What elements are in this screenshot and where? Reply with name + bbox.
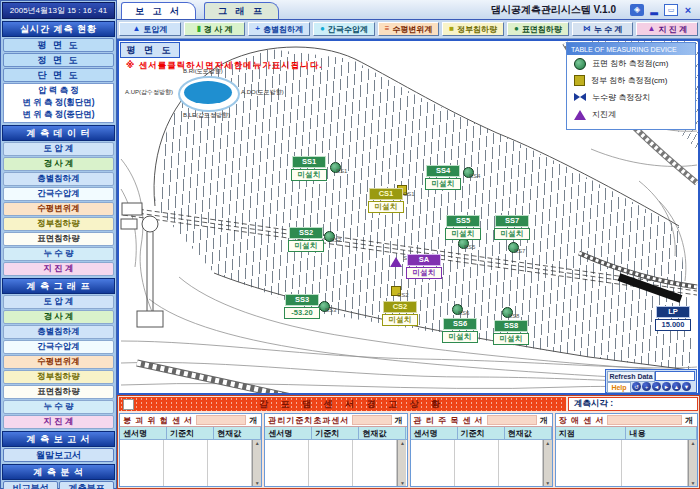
datetime-bar: 2005년4월13일 15 : 16 : 41 bbox=[2, 2, 115, 19]
sidebar-graph-item-8[interactable]: 누 수 량 bbox=[3, 400, 114, 414]
window-minimize-button[interactable]: ▂ bbox=[647, 4, 661, 16]
legend-title: TABLE OF MEASURING DEVICE bbox=[567, 43, 695, 55]
toolbar-button-1[interactable]: ▲토압계 bbox=[119, 22, 181, 36]
tab-report[interactable]: 보 고 서 bbox=[121, 2, 196, 19]
sensor-ss4[interactable]: SS4미설치 bbox=[425, 165, 461, 190]
sensor-ss3[interactable]: SS3-53.20 bbox=[284, 294, 320, 319]
sidebar-data-item-6[interactable]: 정부침하량 bbox=[3, 217, 114, 231]
sensor-marker-label: SS4 bbox=[469, 173, 480, 179]
sidebar-data-item-5[interactable]: 수평변위계 bbox=[3, 202, 114, 216]
toolbar-sensor-icon-4: ● bbox=[320, 25, 325, 33]
scroll-up-icon[interactable]: ▲ bbox=[400, 440, 405, 446]
measure-distribution-button[interactable]: 계측분포 bbox=[59, 481, 114, 489]
window-theme-button[interactable]: ◈ bbox=[630, 4, 644, 16]
sidebar-graph-item-1[interactable]: 토 압 계 bbox=[3, 295, 114, 309]
map-pan-right-button[interactable]: ► bbox=[662, 382, 671, 391]
sensor-cs2[interactable]: CS2미설치 bbox=[382, 301, 418, 326]
map-pan-down-button[interactable]: ▼ bbox=[682, 382, 691, 391]
sidebar-graph-item-7[interactable]: 표면침하량 bbox=[3, 385, 114, 399]
toolbar-button-label: 지 진 계 bbox=[658, 24, 686, 35]
sidebar-data-item-4[interactable]: 간극수압계 bbox=[3, 187, 114, 201]
legend-label: 누수량 측정장치 bbox=[592, 92, 650, 103]
toolbar-button-8[interactable]: ⋈누 수 계 bbox=[572, 22, 634, 36]
toolbar-button-6[interactable]: ■정부침하량 bbox=[442, 22, 504, 36]
sidebar-displacement-longitudinal-link[interactable]: 변 위 측 정(종단면) bbox=[4, 109, 113, 121]
window-maximize-button[interactable]: ▭ bbox=[664, 4, 678, 16]
measure-time-label: 계측시각 : bbox=[574, 398, 613, 410]
scroll-up-icon[interactable]: ▲ bbox=[691, 440, 696, 446]
refresh-interval-input[interactable] bbox=[655, 371, 695, 381]
title-bar: 보 고 서 그 래 프 댐시공계측관리시스템 V.1.0 ◈▂▭× bbox=[117, 0, 700, 20]
sidebar-section-view-button[interactable]: 단 면 도 bbox=[3, 68, 114, 82]
table-scrollbar[interactable]: ▲▼ bbox=[543, 440, 552, 486]
sensor-name-badge: CS2 bbox=[383, 301, 417, 313]
toolbar-button-2[interactable]: ▮경 사 계 bbox=[184, 22, 246, 36]
watch-sensors-title: 관 리 주 목 센 서 bbox=[414, 415, 484, 426]
scroll-down-icon[interactable]: ▼ bbox=[545, 480, 550, 486]
panel-count-box bbox=[487, 415, 537, 425]
sensor-lp[interactable]: LP15.000 bbox=[655, 306, 691, 331]
sensor-marker-sa[interactable] bbox=[390, 257, 402, 267]
map-pan-up-button[interactable]: ▲ bbox=[672, 382, 681, 391]
toolbar-button-9[interactable]: ▲지 진 계 bbox=[636, 22, 698, 36]
compare-analysis-button[interactable]: 비교분석 bbox=[3, 481, 58, 489]
sensor-status-value: 미설치 bbox=[445, 228, 481, 240]
map-control-panel: Refresh Data Help ↺+◄►▲▼ bbox=[605, 369, 697, 393]
compass-label-bottom: B.LE(감포정방향) bbox=[183, 111, 230, 120]
sidebar-graph-item-3[interactable]: 층별침하계 bbox=[3, 325, 114, 339]
map-nav-buttons: ↺+◄►▲▼ bbox=[632, 382, 691, 391]
sidebar-graph-item-2[interactable]: 경 사 계 bbox=[3, 310, 114, 324]
sensor-marker-label: SS8 bbox=[508, 313, 519, 319]
scroll-up-icon[interactable]: ▲ bbox=[255, 440, 260, 446]
map-zoom-in-button[interactable]: + bbox=[642, 382, 651, 391]
map-reset-button[interactable]: ↺ bbox=[632, 382, 641, 391]
refresh-data-button[interactable]: Refresh Data bbox=[607, 371, 655, 382]
sensor-ss5[interactable]: SS5미설치 bbox=[445, 215, 481, 240]
surface-legend-icon bbox=[574, 58, 586, 70]
sidebar-data-item-7[interactable]: 표면침하량 bbox=[3, 232, 114, 246]
sensor-ss6[interactable]: SS6미설치 bbox=[442, 318, 478, 343]
help-button[interactable]: Help bbox=[607, 382, 631, 393]
toolbar-button-3[interactable]: +층별침하계 bbox=[248, 22, 310, 36]
sidebar-graph-item-5[interactable]: 수평변위계 bbox=[3, 355, 114, 369]
sidebar-graph-item-4[interactable]: 간극수압계 bbox=[3, 340, 114, 354]
toolbar-button-5[interactable]: ≡수평변위계 bbox=[378, 22, 440, 36]
table-scrollbar[interactable]: ▲▼ bbox=[252, 440, 261, 486]
legend-row-2: 정부 침하 측정점(cm) bbox=[567, 72, 695, 89]
table-scrollbar[interactable]: ▲▼ bbox=[397, 440, 406, 486]
sensor-status-value: 15.000 bbox=[655, 319, 691, 331]
sidebar-displacement-cross-link[interactable]: 변 위 측 정(횡단면) bbox=[4, 97, 113, 109]
map-pan-left-button[interactable]: ◄ bbox=[652, 382, 661, 391]
sidebar-data-item-3[interactable]: 층별침하계 bbox=[3, 172, 114, 186]
sidebar-data-item-2[interactable]: 경 사 계 bbox=[3, 157, 114, 171]
table-scrollbar[interactable]: ▲▼ bbox=[688, 440, 697, 486]
sidebar-pressure-measure-link[interactable]: 압 력 측 정 bbox=[4, 85, 113, 97]
sidebar-plan-view-button[interactable]: 평 면 도 bbox=[3, 38, 114, 52]
tab-graph[interactable]: 그 래 프 bbox=[204, 2, 279, 19]
sidebar-front-view-button[interactable]: 정 면 도 bbox=[3, 53, 114, 67]
sensor-ss2[interactable]: SS2미설치 bbox=[288, 227, 324, 252]
plan-view-button[interactable]: 평 면 도 bbox=[120, 42, 180, 58]
warning-banner-checkbox[interactable] bbox=[123, 399, 134, 410]
sensor-ss8[interactable]: SS8미설치 bbox=[493, 320, 529, 345]
scroll-down-icon[interactable]: ▼ bbox=[691, 480, 696, 486]
sidebar-data-item-1[interactable]: 토 압 계 bbox=[3, 142, 114, 156]
panel-header: 붕 괴 위 험 센 서개 bbox=[120, 414, 261, 427]
sidebar-data-item-9[interactable]: 지 진 계 bbox=[3, 262, 114, 276]
sensor-sa[interactable]: SA미설치 bbox=[406, 254, 442, 279]
sidebar-graph-item-9[interactable]: 지 진 계 bbox=[3, 415, 114, 429]
sensor-ss1[interactable]: SS1미설치 bbox=[291, 156, 327, 181]
sensor-status-value: 미설치 bbox=[494, 228, 530, 240]
scroll-up-icon[interactable]: ▲ bbox=[545, 440, 550, 446]
sensor-cs1[interactable]: CS1미설치 bbox=[368, 188, 404, 213]
sidebar-graph-item-6[interactable]: 정부침하량 bbox=[3, 370, 114, 384]
toolbar-button-4[interactable]: ●간극수압계 bbox=[313, 22, 375, 36]
sensor-ss7[interactable]: SS7미설치 bbox=[494, 215, 530, 240]
monthly-report-button[interactable]: 월말보고서 bbox=[3, 448, 114, 462]
scroll-down-icon[interactable]: ▼ bbox=[400, 480, 405, 486]
scroll-down-icon[interactable]: ▼ bbox=[255, 480, 260, 486]
toolbar-button-7[interactable]: ●표면침하량 bbox=[507, 22, 569, 36]
sidebar-data-item-8[interactable]: 누 수 량 bbox=[3, 247, 114, 261]
table-cell-column bbox=[622, 440, 688, 486]
window-close-button[interactable]: × bbox=[681, 4, 695, 16]
